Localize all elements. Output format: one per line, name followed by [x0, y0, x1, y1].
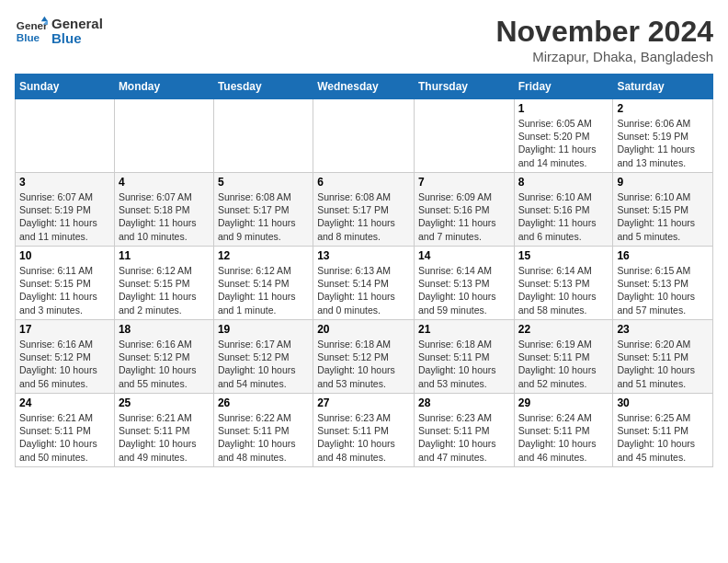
calendar-cell: 15Sunrise: 6:14 AM Sunset: 5:13 PM Dayli…	[514, 247, 613, 320]
day-number: 21	[418, 323, 510, 336]
month-year: November 2024	[495, 15, 713, 49]
logo-icon: General Blue	[15, 15, 48, 48]
calendar-cell: 3Sunrise: 6:07 AM Sunset: 5:19 PM Daylig…	[16, 173, 115, 247]
header-wednesday: Wednesday	[313, 75, 415, 99]
calendar-cell: 8Sunrise: 6:10 AM Sunset: 5:16 PM Daylig…	[514, 173, 613, 247]
day-number: 9	[617, 176, 709, 189]
logo-general: General	[51, 17, 103, 32]
day-number: 4	[119, 176, 210, 189]
day-info: Sunrise: 6:09 AM Sunset: 5:16 PM Dayligh…	[418, 190, 510, 243]
header-sunday: Sunday	[16, 75, 115, 99]
calendar-cell: 28Sunrise: 6:23 AM Sunset: 5:11 PM Dayli…	[414, 394, 514, 467]
day-info: Sunrise: 6:12 AM Sunset: 5:15 PM Dayligh…	[119, 264, 210, 316]
calendar-cell: 18Sunrise: 6:16 AM Sunset: 5:12 PM Dayli…	[114, 320, 213, 394]
calendar-cell: 17Sunrise: 6:16 AM Sunset: 5:12 PM Dayli…	[16, 320, 115, 394]
calendar-cell: 16Sunrise: 6:15 AM Sunset: 5:13 PM Dayli…	[613, 247, 713, 320]
location: Mirzapur, Dhaka, Bangladesh	[495, 49, 713, 64]
calendar-cell: 4Sunrise: 6:07 AM Sunset: 5:18 PM Daylig…	[114, 173, 213, 247]
calendar-cell: 9Sunrise: 6:10 AM Sunset: 5:15 PM Daylig…	[613, 173, 713, 247]
day-number: 8	[518, 176, 609, 189]
day-info: Sunrise: 6:22 AM Sunset: 5:11 PM Dayligh…	[218, 411, 309, 464]
calendar-cell: 6Sunrise: 6:08 AM Sunset: 5:17 PM Daylig…	[313, 173, 415, 247]
day-info: Sunrise: 6:07 AM Sunset: 5:18 PM Dayligh…	[119, 190, 210, 243]
day-info: Sunrise: 6:06 AM Sunset: 5:19 PM Dayligh…	[617, 117, 709, 169]
logo-blue: Blue	[51, 31, 103, 47]
calendar-cell: 5Sunrise: 6:08 AM Sunset: 5:17 PM Daylig…	[213, 173, 313, 247]
day-number: 29	[518, 396, 609, 409]
calendar-cell: 2Sunrise: 6:06 AM Sunset: 5:19 PM Daylig…	[613, 99, 713, 173]
day-number: 11	[119, 249, 210, 262]
calendar-cell: 13Sunrise: 6:13 AM Sunset: 5:14 PM Dayli…	[313, 247, 415, 320]
day-number: 2	[617, 102, 709, 115]
calendar-cell: 26Sunrise: 6:22 AM Sunset: 5:11 PM Dayli…	[213, 394, 313, 467]
calendar-cell: 23Sunrise: 6:20 AM Sunset: 5:11 PM Dayli…	[613, 320, 713, 394]
calendar-cell	[114, 99, 213, 173]
header-thursday: Thursday	[414, 75, 514, 99]
day-number: 6	[317, 176, 410, 189]
calendar-cell: 20Sunrise: 6:18 AM Sunset: 5:12 PM Dayli…	[313, 320, 415, 394]
calendar-cell	[414, 99, 514, 173]
day-number: 12	[218, 249, 309, 262]
day-number: 17	[19, 323, 110, 336]
calendar-cell: 11Sunrise: 6:12 AM Sunset: 5:15 PM Dayli…	[114, 247, 213, 320]
calendar-week-5: 24Sunrise: 6:21 AM Sunset: 5:11 PM Dayli…	[16, 394, 713, 467]
day-info: Sunrise: 6:15 AM Sunset: 5:13 PM Dayligh…	[617, 264, 709, 316]
calendar-cell: 27Sunrise: 6:23 AM Sunset: 5:11 PM Dayli…	[313, 394, 415, 467]
calendar-cell: 21Sunrise: 6:18 AM Sunset: 5:11 PM Dayli…	[414, 320, 514, 394]
day-number: 15	[518, 249, 609, 262]
calendar-week-3: 10Sunrise: 6:11 AM Sunset: 5:15 PM Dayli…	[16, 247, 713, 320]
calendar-cell: 25Sunrise: 6:21 AM Sunset: 5:11 PM Dayli…	[114, 394, 213, 467]
day-info: Sunrise: 6:14 AM Sunset: 5:13 PM Dayligh…	[418, 264, 510, 316]
calendar-cell: 29Sunrise: 6:24 AM Sunset: 5:11 PM Dayli…	[514, 394, 613, 467]
day-info: Sunrise: 6:11 AM Sunset: 5:15 PM Dayligh…	[19, 264, 110, 316]
calendar-header-row: SundayMondayTuesdayWednesdayThursdayFrid…	[16, 75, 713, 99]
day-info: Sunrise: 6:16 AM Sunset: 5:12 PM Dayligh…	[19, 338, 110, 390]
day-info: Sunrise: 6:08 AM Sunset: 5:17 PM Dayligh…	[218, 190, 309, 243]
day-info: Sunrise: 6:18 AM Sunset: 5:12 PM Dayligh…	[317, 338, 410, 390]
calendar-cell: 19Sunrise: 6:17 AM Sunset: 5:12 PM Dayli…	[213, 320, 313, 394]
day-info: Sunrise: 6:23 AM Sunset: 5:11 PM Dayligh…	[317, 411, 410, 464]
day-info: Sunrise: 6:10 AM Sunset: 5:16 PM Dayligh…	[518, 190, 609, 243]
calendar-cell	[16, 99, 115, 173]
day-info: Sunrise: 6:21 AM Sunset: 5:11 PM Dayligh…	[19, 411, 110, 464]
day-info: Sunrise: 6:08 AM Sunset: 5:17 PM Dayligh…	[317, 190, 410, 243]
calendar-table: SundayMondayTuesdayWednesdayThursdayFrid…	[15, 74, 713, 467]
day-info: Sunrise: 6:10 AM Sunset: 5:15 PM Dayligh…	[617, 190, 709, 243]
day-number: 14	[418, 249, 510, 262]
day-info: Sunrise: 6:14 AM Sunset: 5:13 PM Dayligh…	[518, 264, 609, 316]
day-info: Sunrise: 6:13 AM Sunset: 5:14 PM Dayligh…	[317, 264, 410, 316]
day-info: Sunrise: 6:19 AM Sunset: 5:11 PM Dayligh…	[518, 338, 609, 390]
day-number: 19	[218, 323, 309, 336]
day-info: Sunrise: 6:18 AM Sunset: 5:11 PM Dayligh…	[418, 338, 510, 390]
day-info: Sunrise: 6:16 AM Sunset: 5:12 PM Dayligh…	[119, 338, 210, 390]
calendar-cell: 30Sunrise: 6:25 AM Sunset: 5:11 PM Dayli…	[613, 394, 713, 467]
calendar-cell: 24Sunrise: 6:21 AM Sunset: 5:11 PM Dayli…	[16, 394, 115, 467]
day-number: 16	[617, 249, 709, 262]
header-friday: Friday	[514, 75, 613, 99]
svg-text:Blue: Blue	[17, 31, 40, 43]
header-monday: Monday	[114, 75, 213, 99]
calendar-cell: 7Sunrise: 6:09 AM Sunset: 5:16 PM Daylig…	[414, 173, 514, 247]
day-number: 23	[617, 323, 709, 336]
calendar-week-1: 1Sunrise: 6:05 AM Sunset: 5:20 PM Daylig…	[16, 99, 713, 173]
calendar-cell: 10Sunrise: 6:11 AM Sunset: 5:15 PM Dayli…	[16, 247, 115, 320]
day-info: Sunrise: 6:23 AM Sunset: 5:11 PM Dayligh…	[418, 411, 510, 464]
day-number: 22	[518, 323, 609, 336]
day-number: 3	[19, 176, 110, 189]
header-saturday: Saturday	[613, 75, 713, 99]
day-number: 13	[317, 249, 410, 262]
day-number: 10	[19, 249, 110, 262]
header-tuesday: Tuesday	[213, 75, 313, 99]
calendar-cell: 12Sunrise: 6:12 AM Sunset: 5:14 PM Dayli…	[213, 247, 313, 320]
day-info: Sunrise: 6:20 AM Sunset: 5:11 PM Dayligh…	[617, 338, 709, 390]
day-number: 5	[218, 176, 309, 189]
calendar-week-4: 17Sunrise: 6:16 AM Sunset: 5:12 PM Dayli…	[16, 320, 713, 394]
day-info: Sunrise: 6:12 AM Sunset: 5:14 PM Dayligh…	[218, 264, 309, 316]
day-number: 27	[317, 396, 410, 409]
calendar-week-2: 3Sunrise: 6:07 AM Sunset: 5:19 PM Daylig…	[16, 173, 713, 247]
day-info: Sunrise: 6:25 AM Sunset: 5:11 PM Dayligh…	[617, 411, 709, 464]
day-number: 7	[418, 176, 510, 189]
day-number: 28	[418, 396, 510, 409]
calendar-cell: 22Sunrise: 6:19 AM Sunset: 5:11 PM Dayli…	[514, 320, 613, 394]
header: General Blue General Blue November 2024 …	[15, 15, 713, 64]
